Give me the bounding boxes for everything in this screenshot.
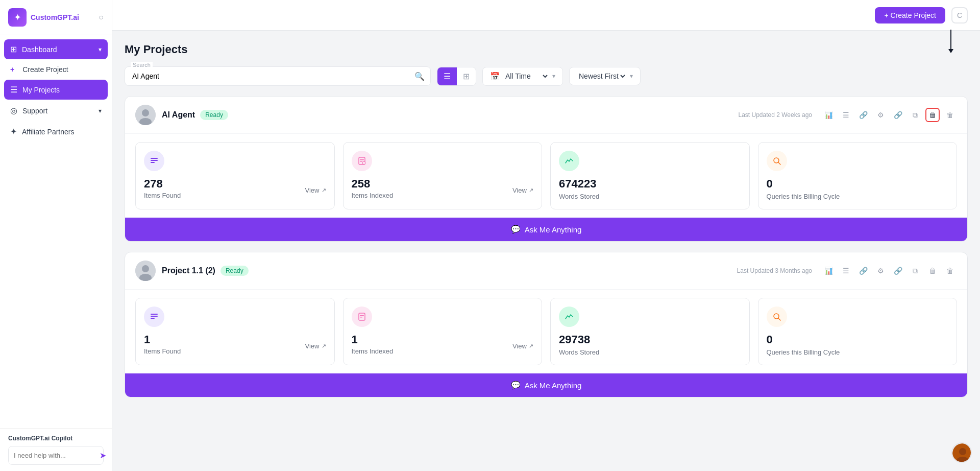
dashboard-icon: ⊞ — [10, 44, 17, 54]
svg-line-23 — [778, 318, 780, 320]
grid-view-button[interactable]: ⊞ — [457, 67, 476, 85]
sort-select-wrap[interactable]: Newest First Oldest First A-Z Z-A ▾ — [569, 67, 641, 85]
sidebar-item-support[interactable]: ◎ Support ▾ — [4, 101, 108, 121]
data-sources-icon[interactable]: ☰ — [839, 108, 853, 122]
status-badge: Ready — [220, 266, 249, 276]
svg-rect-5 — [151, 162, 155, 163]
project-card-project-1-1: Project 1.1 (2) Ready Last Updated 3 Mon… — [125, 252, 968, 397]
archive-icon[interactable]: 🗑 — [943, 108, 957, 122]
stat-card-items-indexed-2: 1 Items Indexed View ↗ — [343, 298, 543, 365]
link-icon[interactable]: 🔗 — [856, 108, 870, 122]
svg-point-25 — [959, 448, 966, 455]
stats-grid-ai-agent: 278 Items Found View ↗ ✓ — [125, 134, 967, 218]
avatar — [135, 105, 156, 125]
last-updated: Last Updated 2 Weeks ago — [738, 111, 812, 119]
search-input[interactable] — [125, 66, 431, 86]
analytics-icon[interactable]: 📊 — [821, 108, 836, 122]
project-header-ai-agent: AI Agent Ready Last Updated 2 Weeks ago … — [125, 97, 967, 134]
items-found-label: Items Found — [144, 192, 181, 199]
sidebar-nav: ⊞ Dashboard ▾ + Create Project ☰ My Proj… — [0, 35, 112, 147]
search-icon: 🔍 — [414, 72, 425, 81]
notification-bell-icon[interactable]: ○ — [99, 13, 104, 22]
archive-icon[interactable]: 🗑 — [943, 264, 957, 278]
queries-number: 0 — [767, 333, 949, 346]
sidebar-item-label: Support — [22, 107, 47, 115]
settings-icon[interactable]: ⚙ — [873, 264, 888, 278]
ask-me-anything-bar-1[interactable]: 💬 Ask Me Anything — [125, 218, 967, 241]
stat-card-queries-2: 0 Queries this Billing Cycle — [758, 298, 958, 365]
chat-icon: 💬 — [511, 381, 521, 390]
words-stored-number: 674223 — [559, 177, 741, 191]
items-indexed-number: 258 — [352, 177, 534, 191]
stat-card-items-indexed: ✓ 258 Items Indexed View ↗ — [343, 142, 543, 209]
sidebar-item-dashboard[interactable]: ⊞ Dashboard ▾ — [4, 39, 108, 59]
support-icon: ◎ — [10, 106, 17, 115]
stat-card-queries: 0 Queries this Billing Cycle — [758, 142, 958, 209]
project-actions: Last Updated 2 Weeks ago 📊 ☰ 🔗 ⚙ 🔗 ⧉ 🗑 🗑 — [738, 108, 957, 122]
svg-point-14 — [142, 265, 149, 272]
stat-card-items-found-2: 1 Items Found View ↗ — [135, 298, 335, 365]
chevron-down-icon: ▾ — [99, 46, 102, 53]
external-link-icon: ↗ — [529, 187, 533, 194]
list-view-button[interactable]: ☰ — [437, 67, 457, 85]
page-title: My Projects — [125, 43, 968, 56]
items-indexed-icon-wrap: ✓ — [352, 151, 372, 171]
chevron-down-icon: ▾ — [552, 73, 555, 80]
copilot-input[interactable] — [14, 452, 100, 459]
ask-me-label: Ask Me Anything — [525, 381, 582, 390]
sidebar-item-affiliate[interactable]: ✦ Affiliate Partners — [4, 122, 108, 142]
sidebar-item-label: My Projects — [22, 86, 60, 94]
settings-icon[interactable]: ⚙ — [873, 108, 888, 122]
topbar-loader: C — [951, 7, 968, 23]
sidebar-item-label: Create Project — [22, 65, 68, 74]
items-indexed-icon-wrap — [352, 307, 372, 327]
items-indexed-number: 1 — [352, 333, 534, 346]
ask-me-anything-bar-2[interactable]: 💬 Ask Me Anything — [125, 373, 967, 397]
sidebar-item-create-project[interactable]: + Create Project — [4, 60, 108, 79]
delete-icon[interactable]: 🗑 — [925, 264, 940, 278]
copilot-send-icon[interactable]: ➤ — [100, 451, 106, 460]
app-name: CustomGPT.ai — [31, 13, 79, 21]
copilot-section: CustomGPT.ai Copilot ➤ — [0, 428, 112, 471]
copilot-input-wrap: ➤ — [8, 446, 104, 465]
time-filter-select[interactable]: All Time Last Week Last Month Last Year — [503, 72, 549, 81]
svg-text:✓: ✓ — [363, 162, 364, 164]
create-project-button[interactable]: + Create Project — [875, 7, 945, 23]
embed-icon[interactable]: 🔗 — [891, 108, 905, 122]
analytics-icon[interactable]: 📊 — [821, 264, 836, 278]
items-indexed-label: Items Indexed — [352, 347, 394, 355]
words-stored-icon-wrap — [559, 307, 579, 327]
user-avatar[interactable] — [951, 442, 972, 463]
search-label: Search — [131, 62, 153, 68]
main: + Create Project C My Projects Search 🔍 … — [112, 0, 980, 471]
svg-rect-7 — [360, 159, 364, 160]
view-items-indexed-link-2[interactable]: View ↗ — [512, 342, 533, 350]
copilot-title: CustomGPT.ai Copilot — [8, 435, 104, 442]
view-items-found-link-2[interactable]: View ↗ — [305, 342, 326, 350]
status-badge: Ready — [200, 110, 228, 120]
svg-rect-20 — [360, 315, 364, 316]
embed-icon[interactable]: 🔗 — [891, 264, 905, 278]
app-logo: ✦ — [8, 8, 27, 27]
delete-icon[interactable]: 🗑 — [925, 108, 940, 122]
time-filter-select-wrap[interactable]: 📅 All Time Last Week Last Month Last Yea… — [482, 67, 563, 86]
loading-icon: C — [957, 11, 962, 19]
queries-icon-wrap — [767, 307, 787, 327]
chevron-down-icon: ▾ — [99, 107, 102, 114]
sort-select[interactable]: Newest First Oldest First A-Z Z-A — [577, 72, 627, 81]
link-icon[interactable]: 🔗 — [856, 264, 870, 278]
copy-icon[interactable]: ⧉ — [908, 264, 922, 278]
external-link-icon: ↗ — [529, 343, 533, 349]
svg-rect-16 — [151, 314, 158, 315]
words-stored-label: Words Stored — [559, 193, 599, 200]
view-items-found-link[interactable]: View ↗ — [305, 186, 326, 194]
sidebar-item-my-projects[interactable]: ☰ My Projects — [4, 80, 108, 100]
svg-rect-21 — [360, 317, 362, 318]
data-sources-icon[interactable]: ☰ — [839, 264, 853, 278]
view-items-indexed-link[interactable]: View ↗ — [512, 186, 533, 194]
svg-rect-4 — [151, 160, 158, 161]
stat-card-items-found: 278 Items Found View ↗ — [135, 142, 335, 209]
copy-icon[interactable]: ⧉ — [908, 108, 922, 122]
project-name: AI Agent — [162, 110, 195, 120]
plus-icon: + — [10, 65, 14, 74]
